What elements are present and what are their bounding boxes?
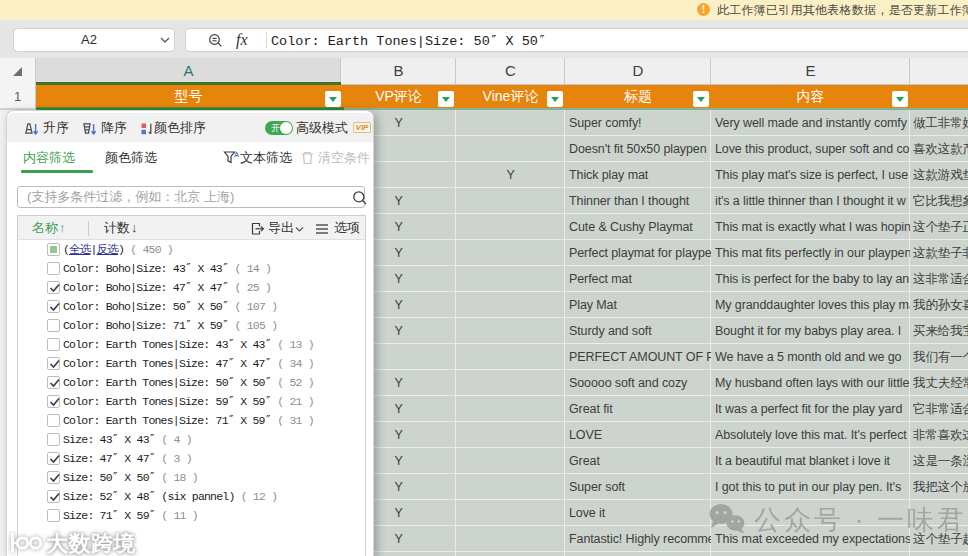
sort-ascending-button[interactable]: 升序 (43, 113, 69, 142)
list-item[interactable]: Size: 43″ X 43″ ( 4 ) (18, 430, 365, 449)
search-formula-icon[interactable] (208, 33, 224, 49)
cell-F[interactable]: 这款游戏垫 (913, 162, 968, 188)
checkbox-unchecked[interactable] (47, 509, 60, 522)
cell-C[interactable]: Y (456, 162, 565, 188)
cell-D[interactable]: Fantastic! Highly recommend (569, 526, 711, 552)
filter-button-D[interactable] (693, 91, 709, 107)
cell-F[interactable]: 做工非常好 (913, 110, 968, 136)
list-item[interactable]: Color: Boho|Size: 43″ X 43″ ( 14 ) (18, 259, 365, 278)
checkbox-indeterminate[interactable] (47, 243, 60, 256)
list-item[interactable]: Size: 52″ X 48″ (six pannel) ( 12 ) (18, 487, 365, 506)
cell-D[interactable]: Doesn't fit 50x50 playpen (569, 136, 711, 162)
column-header-E[interactable]: E (711, 58, 910, 84)
cell-E[interactable]: This mat is exactly what I was hoping (715, 214, 910, 240)
cell-D[interactable]: Great fit (569, 396, 711, 422)
advanced-mode-toggle[interactable]: 开 (265, 121, 293, 135)
list-item[interactable]: Color: Earth Tones|Size: 59″ X 59″ ( 21 … (18, 392, 365, 411)
cell-E[interactable]: Love this product, super soft and co (715, 136, 910, 162)
checkbox-checked[interactable] (47, 357, 60, 370)
cell-F[interactable]: 买来给我宝 (913, 318, 968, 344)
fx-icon[interactable]: fx (236, 29, 248, 51)
checkbox-unchecked[interactable] (47, 338, 60, 351)
cell-F[interactable]: 我的孙女喜 (913, 292, 968, 318)
text-filter-icon[interactable]: A (223, 150, 241, 166)
checkbox-checked[interactable] (47, 471, 60, 484)
cell-F[interactable]: 这款垫子非 (913, 240, 968, 266)
cell-D[interactable]: Love it (569, 500, 711, 526)
list-item[interactable]: Color: Earth Tones|Size: 47″ X 47″ ( 34 … (18, 354, 365, 373)
list-item[interactable]: Color: Earth Tones|Size: 43″ X 43″ ( 13 … (18, 335, 365, 354)
cell-E[interactable]: My husband often lays with our little (715, 370, 910, 396)
list-item[interactable]: Color: Boho|Size: 71″ X 59″ ( 105 ) (18, 316, 365, 335)
color-sort-button[interactable]: 颜色排序 (154, 113, 206, 142)
cell-D[interactable]: LOVE (569, 422, 711, 448)
column-header-A[interactable]: A (36, 58, 341, 84)
search-input[interactable]: (支持多条件过滤，例如：北京 上海) (17, 186, 365, 208)
formula-input[interactable]: fx Color: Earth Tones|Size: 50″ X 50″ (185, 28, 968, 52)
checkbox-checked[interactable] (47, 452, 60, 465)
cell-F[interactable]: 这个垫子正 (913, 214, 968, 240)
column-header-B[interactable]: B (341, 58, 456, 84)
cell-D[interactable]: Perfect mat (569, 266, 711, 292)
color-sort-icon[interactable] (139, 121, 155, 137)
list-item[interactable]: Size: 71″ X 59″ ( 11 ) (18, 506, 365, 525)
list-item[interactable]: Size: 47″ X 47″ ( 3 ) (18, 449, 365, 468)
filter-button-E[interactable] (892, 91, 908, 107)
checkbox-checked[interactable] (47, 376, 60, 389)
options-button[interactable]: 选项 (334, 216, 360, 240)
name-sort-header[interactable]: 名称↑ (32, 216, 66, 240)
cell-E[interactable]: This play mat's size is perfect, I use (715, 162, 910, 188)
filter-button-B[interactable] (438, 91, 454, 107)
cell-E[interactable]: My granddaughter loves this play ma (715, 292, 910, 318)
sort-ascending-icon[interactable] (23, 121, 39, 137)
cell-E[interactable]: It a beautiful mat blanket i love it (715, 448, 910, 474)
sort-descending-icon[interactable] (81, 121, 97, 137)
cell-E[interactable]: Bought it for my babys play area. I (715, 318, 910, 344)
cell-E[interactable]: This mat fits perfectly in our playpen (715, 240, 910, 266)
cell-E[interactable]: it's a little thinner than I thought it … (715, 188, 910, 214)
cell-D[interactable]: Cute & Cushy Playmat (569, 214, 711, 240)
checkbox-checked[interactable] (47, 300, 60, 313)
cell-F[interactable]: 它非常适合 (913, 396, 968, 422)
sort-descending-button[interactable]: 降序 (101, 113, 127, 142)
cell-D[interactable]: PERFECT AMOUNT OF PA (569, 344, 711, 370)
cell-D[interactable]: Thick play mat (569, 162, 711, 188)
list-item[interactable]: Color: Earth Tones|Size: 71″ X 59″ ( 31 … (18, 411, 365, 430)
list-item[interactable]: Size: 50″ X 50″ ( 18 ) (18, 468, 365, 487)
cell-E[interactable]: This is perfect for the baby to lay an (715, 266, 910, 292)
cell-E[interactable]: I got this to put in our play pen. It's (715, 474, 910, 500)
tab-color-filter[interactable]: 颜色筛选 (105, 142, 157, 173)
cell-F[interactable]: 喜欢这款产 (913, 136, 968, 162)
filter-button-C[interactable] (547, 91, 563, 107)
cell-D[interactable]: Great (569, 448, 711, 474)
cell-F[interactable]: 我们有一个 (913, 344, 968, 370)
options-icon[interactable] (314, 222, 330, 236)
select-all-link[interactable]: 全选 (69, 243, 90, 256)
cell-F[interactable]: 这是一条漂 (913, 448, 968, 474)
cell-D[interactable]: Play Mat (569, 292, 711, 318)
checkbox-unchecked[interactable] (47, 433, 60, 446)
filter-button-A[interactable] (325, 91, 341, 107)
cell-D[interactable]: Super comfy! (569, 110, 711, 136)
checkbox-checked[interactable] (47, 395, 60, 408)
cell-F[interactable]: 这非常适合 (913, 266, 968, 292)
cell-F[interactable]: 非常喜欢这 (913, 422, 968, 448)
cell-E[interactable]: It was a perfect fit for the play yard (715, 396, 910, 422)
row-header-1[interactable]: 1 (0, 85, 36, 108)
cell-E[interactable]: Very well made and instantly comfy (715, 110, 910, 136)
cell-F[interactable]: 我把这个放 (913, 474, 968, 500)
search-icon[interactable] (352, 190, 368, 206)
checkbox-unchecked[interactable] (47, 319, 60, 332)
checkbox-checked[interactable] (47, 490, 60, 503)
list-item[interactable]: Color: Earth Tones|Size: 50″ X 50″ ( 52 … (18, 373, 365, 392)
export-icon[interactable] (250, 221, 266, 237)
column-header-C[interactable]: C (456, 58, 565, 84)
list-item[interactable]: Color: Boho|Size: 50″ X 50″ ( 107 ) (18, 297, 365, 316)
list-item-select-all[interactable]: (全选|反选) ( 450 ) (18, 240, 365, 259)
column-header-D[interactable]: D (565, 58, 711, 84)
select-all-corner[interactable] (0, 58, 36, 85)
cell-D[interactable]: Sturdy and soft (569, 318, 711, 344)
checkbox-unchecked[interactable] (47, 414, 60, 427)
cell-D[interactable]: Thinner than I thought (569, 188, 711, 214)
text-filter-button[interactable]: 文本筛选 (240, 142, 292, 173)
